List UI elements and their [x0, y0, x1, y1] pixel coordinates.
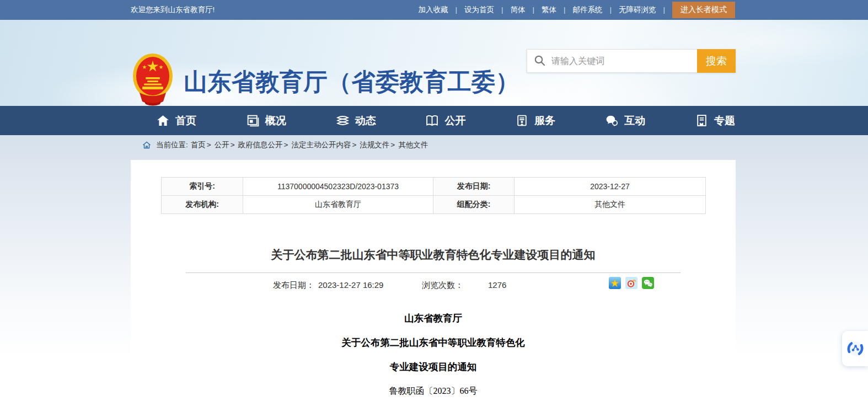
nav-item-home[interactable]: 首页: [156, 114, 196, 128]
meta-label-pubdate: 发布日期:: [433, 178, 515, 196]
views-value: 1276: [488, 280, 506, 290]
meta-value-pubdate: 2023-12-27: [515, 178, 706, 196]
breadcrumb-regulations[interactable]: 法规文件: [360, 140, 398, 150]
search-icon: [534, 55, 546, 67]
china-national-emblem-icon: [132, 53, 173, 106]
breadcrumb: 当前位置: 首页 公开 政府信息公开 法定主动公开内容 法规文件 其他文件: [142, 140, 428, 150]
accessibility-link[interactable]: 无障碍浏览: [619, 5, 672, 15]
news-stack-icon: [336, 114, 350, 127]
site-title: 山东省教育厅（省委教育工委）: [184, 66, 519, 98]
content-card: 索引号: 11370000004502323D/2023-01373 发布日期:…: [131, 160, 736, 417]
nav-item-services[interactable]: 服务: [515, 114, 555, 128]
meta-label-index: 索引号:: [162, 178, 243, 196]
home-icon: [156, 114, 170, 127]
qzone-icon[interactable]: [609, 277, 621, 289]
nav-item-overview[interactable]: 概况: [246, 114, 286, 128]
main-navigation: 首页 概况 动态 公开: [0, 106, 868, 135]
table-row: 索引号: 11370000004502323D/2023-01373 发布日期:…: [162, 178, 706, 196]
page-background: 当前位置: 首页 公开 政府信息公开 法定主动公开内容 法规文件 其他文件 索引…: [0, 135, 868, 417]
document-meta-table: 索引号: 11370000004502323D/2023-01373 发布日期:…: [161, 177, 706, 214]
floating-service-widget[interactable]: [842, 331, 868, 366]
top-utility-bar: 欢迎您来到山东省教育厅! 加入收藏 设为首页 简体 繁体 邮件系统 无障碍浏览 …: [0, 0, 868, 20]
nav-item-topics[interactable]: 专题: [695, 114, 735, 128]
breadcrumb-home[interactable]: 首页: [191, 140, 215, 150]
nav-item-interaction[interactable]: 互动: [605, 114, 645, 128]
site-header: 山东省教育厅（省委教育工委） 搜索: [0, 20, 868, 106]
search-button[interactable]: 搜索: [697, 49, 736, 73]
meta-label-agency: 发布机构:: [162, 196, 243, 214]
set-homepage-link[interactable]: 设为首页: [464, 5, 511, 15]
open-book-icon: [425, 114, 439, 127]
article-body-line: 山东省教育厅: [131, 313, 736, 323]
share-buttons: [609, 277, 654, 289]
breadcrumb-other-files: 其他文件: [398, 140, 428, 150]
article-title: 关于公布第二批山东省中等职业教育特色化专业建设项目的通知: [153, 247, 714, 263]
service-icon: [515, 114, 529, 127]
publish-date-value: 2023-12-27 16:29: [318, 280, 383, 290]
nav-item-disclosure[interactable]: 公开: [425, 114, 465, 128]
simplified-chinese-link[interactable]: 简体: [510, 5, 542, 15]
nav-item-news[interactable]: 动态: [336, 114, 376, 128]
search-bar: 搜索: [527, 49, 736, 73]
meta-value-index: 11370000004502323D/2023-01373: [243, 178, 433, 196]
publish-date-label: 发布日期：: [273, 280, 314, 291]
meta-value-category: 其他文件: [515, 196, 706, 214]
interact-icon: [605, 114, 619, 127]
table-row: 发布机构: 山东省教育厅 组配分类: 其他文件: [162, 196, 706, 214]
add-favorite-link[interactable]: 加入收藏: [418, 5, 464, 15]
document-number: 鲁教职函〔2023〕66号: [131, 386, 736, 396]
article-body-line: 专业建设项目的通知: [131, 362, 736, 372]
weibo-icon[interactable]: [625, 277, 637, 289]
publish-info-row: 发布日期： 2023-12-27 16:29 浏览次数： 1276: [131, 273, 736, 295]
views-label: 浏览次数：: [422, 280, 463, 291]
overview-icon: [246, 114, 260, 127]
top-links: 加入收藏 设为首页 简体 繁体 邮件系统 无障碍浏览 进入长者模式: [418, 0, 735, 20]
breadcrumb-statutory-content[interactable]: 法定主动公开内容: [291, 140, 360, 150]
traditional-chinese-link[interactable]: 繁体: [542, 5, 573, 15]
article-body-line: 关于公布第二批山东省中等职业教育特色化: [131, 338, 736, 348]
mail-system-link[interactable]: 邮件系统: [572, 5, 619, 15]
article-body: 山东省教育厅 关于公布第二批山东省中等职业教育特色化 专业建设项目的通知 鲁教职…: [131, 313, 736, 396]
breadcrumb-disclosure[interactable]: 公开: [215, 140, 238, 150]
topic-icon: [695, 114, 709, 127]
breadcrumb-prefix: 当前位置:: [156, 140, 188, 150]
meta-value-agency: 山东省教育厅: [243, 196, 433, 214]
welcome-text: 欢迎您来到山东省教育厅!: [131, 0, 215, 20]
meta-label-category: 组配分类:: [433, 196, 515, 214]
search-input[interactable]: [527, 49, 697, 73]
breadcrumb-gov-info[interactable]: 政府信息公开: [238, 140, 292, 150]
wechat-icon[interactable]: [642, 277, 654, 289]
elder-mode-button[interactable]: 进入长者模式: [672, 2, 735, 18]
service-assistant-icon: [846, 340, 864, 357]
breadcrumb-home-icon: [142, 141, 151, 149]
